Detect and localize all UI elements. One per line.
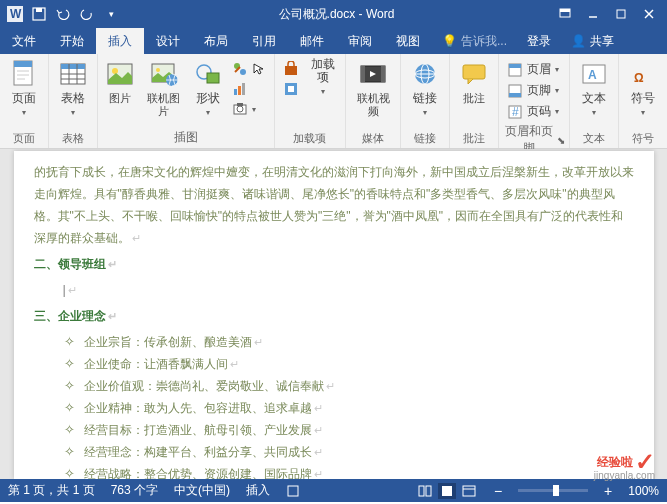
svg-rect-27 <box>207 73 219 83</box>
svg-text:A: A <box>588 68 597 82</box>
view-print-button[interactable] <box>438 483 456 499</box>
svg-rect-58 <box>426 486 431 496</box>
footer-icon <box>507 83 523 99</box>
store-button[interactable] <box>279 60 303 78</box>
tab-mailings[interactable]: 邮件 <box>288 28 336 54</box>
svg-rect-56 <box>288 486 298 496</box>
svg-rect-48 <box>509 64 521 68</box>
picture-button[interactable]: 图片 <box>102 56 138 107</box>
online-picture-label: 联机图片 <box>144 92 183 118</box>
titlebar: W ▾ 公司概况.docx - Word <box>0 0 667 28</box>
status-mode[interactable]: 插入 <box>246 482 270 499</box>
group-text-label: 文本 <box>574 129 614 148</box>
group-media: 联机视频 媒体 <box>346 54 401 148</box>
addins-icon <box>283 81 299 97</box>
tab-home[interactable]: 开始 <box>48 28 96 54</box>
zoom-out-button[interactable]: − <box>494 483 502 499</box>
tell-me-search[interactable]: 💡告诉我... <box>432 28 517 54</box>
table-button[interactable]: 表格▾ <box>53 56 93 121</box>
smartart-button[interactable] <box>228 60 270 78</box>
tab-review[interactable]: 审阅 <box>336 28 384 54</box>
tab-references[interactable]: 引用 <box>240 28 288 54</box>
pagenum-button[interactable]: #页码 ▾ <box>503 102 563 121</box>
status-page[interactable]: 第 1 页，共 1 页 <box>8 482 95 499</box>
share-button[interactable]: 👤共享 <box>561 28 624 54</box>
svg-rect-60 <box>463 486 475 496</box>
list-item: 企业精神：敢为人先、包容进取、追求卓越↵ <box>34 397 634 419</box>
chart-button[interactable] <box>228 80 270 98</box>
svg-rect-59 <box>442 486 452 496</box>
word-icon[interactable]: W <box>4 3 26 25</box>
list-item: 企业使命：让酒香飘满人间↵ <box>34 353 634 375</box>
svg-rect-32 <box>242 83 245 95</box>
cursor-line: |↵ <box>34 279 634 301</box>
svg-rect-40 <box>361 66 365 82</box>
svg-rect-3 <box>36 8 42 12</box>
video-icon <box>357 58 389 90</box>
status-lang[interactable]: 中文(中国) <box>174 482 230 499</box>
online-picture-button[interactable]: 联机图片 <box>140 56 187 120</box>
item-text: 经营理念：构建平台、利益分享、共同成长 <box>84 445 312 459</box>
comment-button[interactable]: 批注 <box>454 56 494 107</box>
tab-design[interactable]: 设计 <box>144 28 192 54</box>
item-text: 企业使命：让酒香飘满人间 <box>84 357 228 371</box>
qat-customize-button[interactable]: ▾ <box>100 3 122 25</box>
tab-file[interactable]: 文件 <box>0 28 48 54</box>
tab-insert[interactable]: 插入 <box>96 28 144 54</box>
link-button[interactable]: 链接▾ <box>405 56 445 121</box>
my-addins-button[interactable] <box>279 80 303 98</box>
group-header-footer: 页眉 ▾ 页脚 ▾ #页码 ▾ 页眉和页脚 ⬊ <box>499 54 570 148</box>
view-read-button[interactable] <box>416 483 434 499</box>
dialog-launcher[interactable]: ⬊ <box>557 135 565 146</box>
status-extra-icon[interactable] <box>286 484 300 498</box>
list-item: 经营理念：构建平台、利益分享、共同成长↵ <box>34 441 634 463</box>
header-button[interactable]: 页眉 ▾ <box>503 60 563 79</box>
para-mark: ↵ <box>314 402 323 414</box>
item-text: 经营战略：整合优势、资源创建、国际品牌 <box>84 467 312 479</box>
ribbon-tabs: 文件 开始 插入 设计 布局 引用 邮件 审阅 视图 💡告诉我... 登录 👤共… <box>0 28 667 54</box>
group-tables: 表格▾ 表格 <box>49 54 98 148</box>
svg-rect-50 <box>509 93 521 97</box>
zoom-level[interactable]: 100% <box>628 484 659 498</box>
svg-point-29 <box>240 69 246 75</box>
para-mark: ↵ <box>254 336 263 348</box>
group-symbols-label: 符号 <box>623 129 663 148</box>
smartart-icon <box>232 61 248 77</box>
zoom-slider[interactable] <box>518 489 588 492</box>
svg-rect-57 <box>419 486 424 496</box>
addin-button[interactable]: 加载项▾ <box>305 56 341 100</box>
ribbon-display-options-button[interactable] <box>551 3 579 25</box>
group-comments: 批注 批注 <box>450 54 499 148</box>
symbol-button[interactable]: Ω 符号▾ <box>623 56 663 121</box>
textbox-button[interactable]: A 文本▾ <box>574 56 614 121</box>
tab-layout[interactable]: 布局 <box>192 28 240 54</box>
screenshot-button[interactable]: ▾ <box>228 100 270 118</box>
redo-button[interactable] <box>76 3 98 25</box>
save-button[interactable] <box>28 3 50 25</box>
view-web-button[interactable] <box>460 483 478 499</box>
online-picture-icon <box>148 58 180 90</box>
window-title: 公司概况.docx - Word <box>122 6 551 23</box>
page-icon <box>8 58 40 90</box>
online-video-button[interactable]: 联机视频 <box>350 56 396 120</box>
watermark-url: jingyanla.com <box>594 470 655 481</box>
undo-button[interactable] <box>52 3 74 25</box>
svg-rect-5 <box>560 9 570 12</box>
login-button[interactable]: 登录 <box>517 28 561 54</box>
zoom-in-button[interactable]: + <box>604 483 612 499</box>
footer-button[interactable]: 页脚 ▾ <box>503 81 563 100</box>
link-icon <box>409 58 441 90</box>
para-mark: ↵ <box>230 358 239 370</box>
minimize-button[interactable] <box>579 3 607 25</box>
group-media-label: 媒体 <box>350 129 396 148</box>
group-addins: 加载项▾ 加载项 <box>275 54 346 148</box>
list-item: 企业价值观：崇德尚礼、爱岗敬业、诚信奉献↵ <box>34 375 634 397</box>
close-button[interactable] <box>635 3 663 25</box>
status-words[interactable]: 763 个字 <box>111 482 158 499</box>
tab-view[interactable]: 视图 <box>384 28 432 54</box>
shapes-button[interactable]: 形状▾ <box>190 56 226 121</box>
maximize-button[interactable] <box>607 3 635 25</box>
svg-rect-46 <box>463 65 485 79</box>
pages-button[interactable]: 页面▾ <box>4 56 44 121</box>
document-area[interactable]: 的抚育下成长，在唐宋文化的辉煌中嬗变，在明清文化的滋润下打向海外，新中国成立后涅… <box>0 149 667 479</box>
